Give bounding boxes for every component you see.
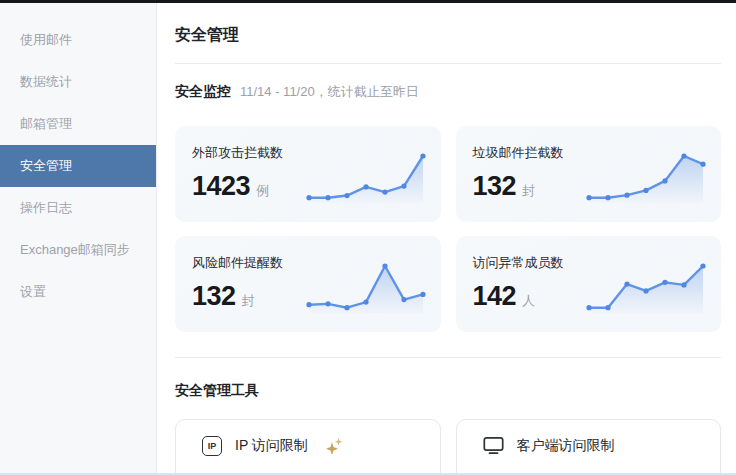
stat-value-row: 132 封 xyxy=(473,171,564,202)
tool-card-inner: 客户端访问限制 xyxy=(483,436,615,455)
sidebar-nav: 使用邮件 数据统计 邮箱管理 安全管理 操作日志 Exchange邮箱同步 设置 xyxy=(0,3,157,475)
tool-label: IP 访问限制 xyxy=(235,437,308,455)
tools-section-divider xyxy=(175,357,721,358)
stat-card-external-attacks[interactable]: 外部攻击拦截数 1423 例 xyxy=(175,126,441,222)
stat-card-text: 风险邮件提醒数 132 封 xyxy=(192,251,283,320)
monitor-icon xyxy=(483,436,504,455)
sidebar-item-settings[interactable]: 设置 xyxy=(0,271,156,313)
stat-unit: 例 xyxy=(256,182,269,200)
stat-card-label: 外部攻击拦截数 xyxy=(192,144,283,162)
ip-badge-icon: IP xyxy=(202,436,222,456)
stat-card-label: 风险邮件提醒数 xyxy=(192,254,283,272)
trend-sparkline-chart xyxy=(303,149,429,207)
tool-label: 客户端访问限制 xyxy=(517,437,615,455)
trend-sparkline-chart xyxy=(583,259,709,317)
monitor-section-title: 安全监控 xyxy=(175,83,231,101)
stat-value-row: 1423 例 xyxy=(192,171,283,202)
tool-card-ip-restriction[interactable]: IP IP 访问限制 xyxy=(175,419,441,475)
sidebar-item-data-stats[interactable]: 数据统计 xyxy=(0,61,156,103)
stat-value: 132 xyxy=(192,281,236,312)
tools-row: IP IP 访问限制 客户端访问限制 xyxy=(175,419,721,475)
tool-card-inner: IP IP 访问限制 xyxy=(202,436,343,456)
monitor-section-header: 安全监控 11/14 - 11/20，统计截止至昨日 xyxy=(175,83,721,101)
sidebar-item-exchange-sync[interactable]: Exchange邮箱同步 xyxy=(0,229,156,271)
stat-card-spam-blocked[interactable]: 垃圾邮件拦截数 132 封 xyxy=(456,126,722,222)
sidebar-item-label: 设置 xyxy=(20,283,46,301)
main-content: 安全管理 安全监控 11/14 - 11/20，统计截止至昨日 外部攻击拦截数 … xyxy=(157,3,736,475)
stat-unit: 人 xyxy=(522,292,535,310)
stat-card-label: 访问异常成员数 xyxy=(473,254,564,272)
page-title: 安全管理 xyxy=(175,25,721,45)
title-divider xyxy=(175,63,721,64)
monitor-date-range: 11/14 - 11/20，统计截止至昨日 xyxy=(240,83,419,101)
stat-unit: 封 xyxy=(242,292,255,310)
stat-card-text: 外部攻击拦截数 1423 例 xyxy=(192,141,283,210)
sidebar-item-label: 数据统计 xyxy=(20,73,72,91)
sidebar-item-label: 使用邮件 xyxy=(20,31,72,49)
trend-sparkline-chart xyxy=(583,149,709,207)
stat-value: 132 xyxy=(473,171,517,202)
tool-card-client-restriction[interactable]: 客户端访问限制 xyxy=(456,419,722,475)
sidebar-item-use-mail[interactable]: 使用邮件 xyxy=(0,19,156,61)
stat-unit: 封 xyxy=(522,182,535,200)
app-frame: 使用邮件 数据统计 邮箱管理 安全管理 操作日志 Exchange邮箱同步 设置… xyxy=(0,3,736,475)
sparkle-icon xyxy=(326,438,343,455)
stat-card-text: 访问异常成员数 142 人 xyxy=(473,251,564,320)
trend-sparkline-chart xyxy=(303,259,429,317)
stat-card-risky-mail[interactable]: 风险邮件提醒数 132 封 xyxy=(175,236,441,332)
stat-card-label: 垃圾邮件拦截数 xyxy=(473,144,564,162)
sidebar-item-label: 邮箱管理 xyxy=(20,115,72,133)
tools-section-title: 安全管理工具 xyxy=(175,382,721,400)
stat-value: 1423 xyxy=(192,171,250,202)
sidebar-item-mailbox-mgmt[interactable]: 邮箱管理 xyxy=(0,103,156,145)
stat-cards-grid: 外部攻击拦截数 1423 例 垃圾邮件拦截数 132 封 xyxy=(175,126,721,332)
sidebar-item-label: 安全管理 xyxy=(20,157,72,175)
sidebar-item-security-mgmt[interactable]: 安全管理 xyxy=(0,145,156,187)
stat-value-row: 132 封 xyxy=(192,281,283,312)
stat-card-text: 垃圾邮件拦截数 132 封 xyxy=(473,141,564,210)
stat-value: 142 xyxy=(473,281,517,312)
sidebar-item-op-logs[interactable]: 操作日志 xyxy=(0,187,156,229)
sidebar-item-label: Exchange邮箱同步 xyxy=(20,241,130,259)
stat-card-abnormal-access[interactable]: 访问异常成员数 142 人 xyxy=(456,236,722,332)
sidebar-item-label: 操作日志 xyxy=(20,199,72,217)
stat-value-row: 142 人 xyxy=(473,281,564,312)
